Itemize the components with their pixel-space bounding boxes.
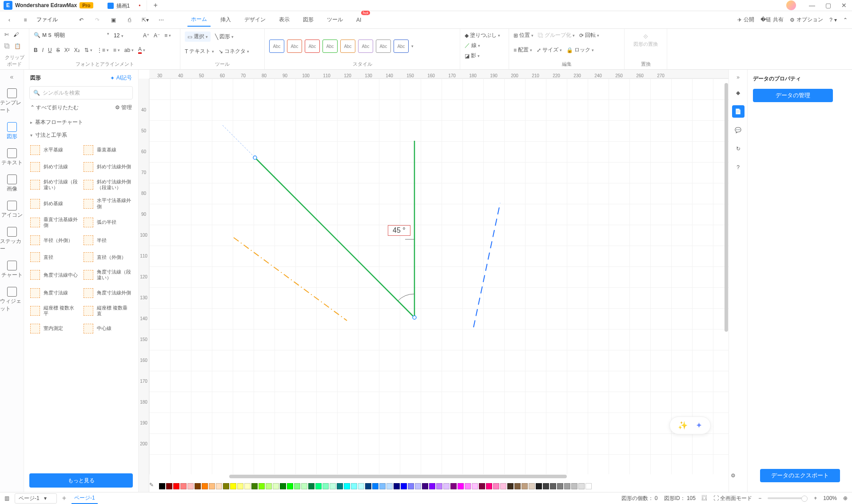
color-swatch[interactable] bbox=[244, 483, 251, 489]
window-close[interactable]: ✕ bbox=[836, 2, 852, 9]
magic-wand-icon[interactable]: ✨ bbox=[678, 421, 688, 430]
color-swatch[interactable] bbox=[522, 483, 528, 489]
color-swatch[interactable] bbox=[429, 483, 435, 489]
color-swatch[interactable] bbox=[216, 483, 222, 489]
bullet-list[interactable]: ⋮≡▾ bbox=[97, 47, 109, 53]
more-button[interactable]: ⋯ bbox=[156, 15, 166, 25]
rail-style-icon[interactable]: ◆ bbox=[732, 87, 745, 99]
rail-image[interactable]: 画像 bbox=[0, 172, 24, 195]
save-button[interactable]: ▣ bbox=[108, 15, 118, 25]
color-swatch[interactable] bbox=[536, 483, 542, 489]
menu-design[interactable]: デザイン bbox=[241, 13, 269, 26]
color-swatch[interactable] bbox=[479, 483, 485, 489]
shape-item[interactable]: 斜め寸法線外側 bbox=[83, 160, 133, 174]
shape-item[interactable]: 水平基線 bbox=[29, 143, 80, 157]
color-swatch[interactable] bbox=[585, 483, 592, 489]
add-page-button[interactable]: + bbox=[62, 494, 66, 502]
color-swatch[interactable] bbox=[465, 483, 471, 489]
style-preset-2[interactable]: Abc bbox=[287, 40, 302, 53]
shape-item[interactable]: 角度寸法線中心 bbox=[29, 267, 80, 282]
rail-data-icon[interactable]: 📄 bbox=[732, 105, 745, 118]
eyedropper-icon[interactable]: ✎ bbox=[149, 482, 158, 491]
number-list[interactable]: ≡▾ bbox=[113, 47, 120, 53]
window-minimize[interactable]: — bbox=[804, 2, 820, 9]
color-swatch[interactable] bbox=[337, 483, 343, 489]
text-case[interactable]: ab▾ bbox=[124, 47, 134, 53]
file-menu[interactable]: ファイル bbox=[36, 16, 58, 24]
paste-button[interactable]: 📋 bbox=[14, 43, 21, 49]
color-swatch[interactable] bbox=[166, 483, 172, 489]
color-swatch[interactable] bbox=[259, 483, 265, 489]
color-swatch[interactable] bbox=[386, 483, 393, 489]
category-dimension[interactable]: 寸法と工学系 bbox=[29, 129, 133, 142]
menu-view[interactable]: 表示 bbox=[275, 13, 293, 26]
print-button[interactable]: ⎙ bbox=[124, 15, 134, 25]
rail-chart[interactable]: チャート bbox=[0, 258, 24, 282]
collapse-ribbon[interactable]: ⌃ bbox=[843, 17, 848, 23]
rotate-button[interactable]: ⟳ 回転 ▾ bbox=[579, 32, 599, 39]
select-tool[interactable]: ▭ 選択 ▾ bbox=[185, 32, 211, 42]
new-tab-button[interactable]: + bbox=[147, 1, 163, 9]
zoom-slider[interactable] bbox=[768, 497, 808, 499]
shape-item[interactable]: 角度寸法線 bbox=[29, 286, 80, 300]
shape-item[interactable]: 垂直寸法基線外側 bbox=[29, 215, 80, 230]
color-swatch[interactable] bbox=[578, 483, 585, 489]
export-data-button[interactable]: データのエクスポート bbox=[760, 469, 840, 482]
fill-button[interactable]: ◆ 塗りつぶし ▾ bbox=[465, 32, 504, 39]
color-swatch[interactable] bbox=[251, 483, 258, 489]
shape-item[interactable]: 角度寸法線外側 bbox=[83, 286, 133, 300]
strike-button[interactable]: S bbox=[56, 47, 60, 53]
style-more[interactable]: ▾ bbox=[411, 44, 414, 48]
rail-icon[interactable]: アイコン bbox=[0, 198, 24, 222]
shape-item[interactable]: 斜め寸法線外側（段違い） bbox=[83, 177, 133, 192]
color-swatch[interactable] bbox=[322, 483, 329, 489]
color-swatch[interactable] bbox=[394, 483, 400, 489]
color-swatch[interactable] bbox=[209, 483, 215, 489]
zoom-out-button[interactable]: − bbox=[758, 495, 761, 501]
color-swatch[interactable] bbox=[514, 483, 521, 489]
scrollbar-horizontal[interactable] bbox=[149, 474, 721, 479]
shape-item[interactable]: 縦座標 複数水平 bbox=[29, 303, 80, 318]
connector-tool[interactable]: ↘ コネクタ ▾ bbox=[219, 48, 249, 55]
page-tab-1[interactable]: ページ-1 bbox=[72, 493, 98, 504]
color-swatch[interactable] bbox=[557, 483, 563, 489]
rail-history-icon[interactable]: ↻ bbox=[732, 143, 745, 155]
color-swatch[interactable] bbox=[173, 483, 179, 489]
color-swatch[interactable] bbox=[273, 483, 279, 489]
shape-item[interactable]: 垂直基線 bbox=[83, 143, 133, 157]
menu-insert[interactable]: 挿入 bbox=[217, 13, 235, 26]
collapse-right-icon[interactable]: » bbox=[737, 74, 740, 80]
shape-tool[interactable]: ╲ 図形 ▾ bbox=[215, 33, 234, 40]
category-flowchart[interactable]: 基本フローチャート bbox=[29, 116, 133, 129]
cut-button[interactable]: ✄ bbox=[4, 32, 9, 38]
shape-item[interactable]: 縦座標 複数垂直 bbox=[83, 303, 133, 318]
help-button[interactable]: ? ▾ bbox=[829, 17, 837, 23]
color-swatch[interactable] bbox=[458, 483, 464, 489]
group-button[interactable]: ⿻ グループ化 ▾ bbox=[538, 32, 575, 39]
more-shapes-button[interactable]: もっと見る bbox=[29, 473, 133, 488]
back-button[interactable]: ‹ bbox=[4, 15, 14, 25]
font-name-select[interactable]: 🔍 ＭＳ 明朝 ▾ bbox=[34, 32, 109, 39]
page-selector[interactable]: ページ-1 ▾ bbox=[15, 493, 57, 504]
color-swatch[interactable] bbox=[223, 483, 229, 489]
style-preset-3[interactable]: Abc bbox=[305, 40, 320, 53]
color-swatch[interactable] bbox=[159, 483, 165, 489]
color-swatch[interactable] bbox=[372, 483, 378, 489]
rail-comment-icon[interactable]: 💬 bbox=[732, 124, 745, 136]
rail-shape[interactable]: 図形 bbox=[0, 119, 24, 143]
color-swatch[interactable] bbox=[422, 483, 428, 489]
replace-shape-label[interactable]: 図形の置換 bbox=[629, 41, 662, 48]
zoom-in-button[interactable]: + bbox=[814, 495, 817, 501]
shape-item[interactable]: 水平寸法基線外側 bbox=[83, 196, 133, 211]
line-spacing[interactable]: ⇅▾ bbox=[84, 47, 92, 53]
align-button[interactable]: ≡ 配置 ▾ bbox=[514, 46, 532, 54]
font-size-select[interactable]: 12 ▾ bbox=[114, 32, 139, 39]
color-swatch[interactable] bbox=[443, 483, 450, 489]
style-preset-7[interactable]: Abc bbox=[376, 40, 391, 53]
color-swatch[interactable] bbox=[436, 483, 442, 489]
color-swatch[interactable] bbox=[330, 483, 336, 489]
symbol-search[interactable]: 🔍 シンボルを検索 bbox=[29, 86, 133, 99]
style-preset-5[interactable]: Abc bbox=[340, 40, 355, 53]
style-preset-8[interactable]: Abc bbox=[394, 40, 409, 53]
underline-button[interactable]: U bbox=[48, 47, 52, 53]
